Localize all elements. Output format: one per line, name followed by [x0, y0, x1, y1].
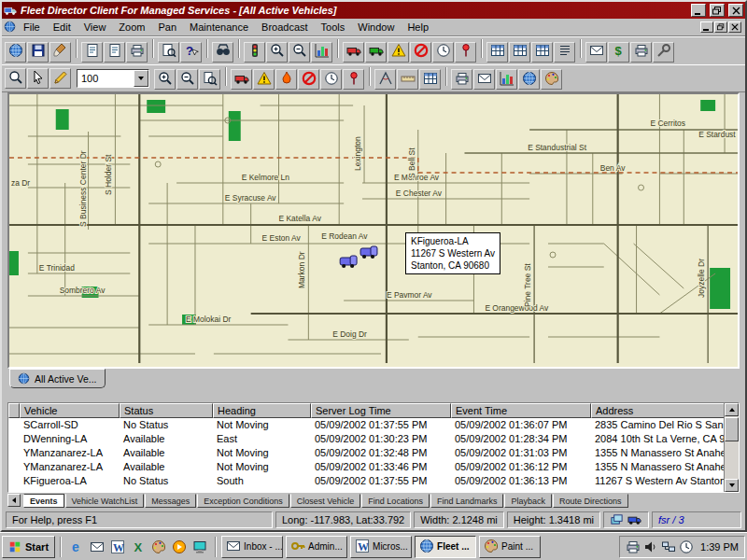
grid-header-status[interactable]: Status [120, 403, 213, 418]
printer-icon[interactable] [626, 539, 641, 554]
menu-file[interactable]: File [17, 20, 47, 35]
menu-broadcast[interactable]: Broadcast [255, 20, 315, 35]
money-button[interactable]: $ [608, 42, 629, 63]
menu-maintenance[interactable]: Maintenance [183, 20, 255, 35]
grid-header-vehicle[interactable]: Vehicle [20, 403, 120, 418]
globe-button[interactable] [5, 42, 26, 63]
map-view[interactable]: E CerritosE StardustE Standustrial StBen… [7, 92, 740, 369]
media-player-icon[interactable] [169, 537, 190, 557]
mdi-minimize-button[interactable] [700, 21, 713, 33]
brush-button[interactable] [49, 42, 71, 63]
zoom-out-button[interactable] [176, 69, 198, 90]
excel-icon[interactable]: X [128, 537, 148, 557]
menu-window[interactable]: Window [351, 20, 401, 35]
zoom-in-button[interactable] [154, 69, 176, 90]
grid-header-event-time[interactable]: Event Time [451, 403, 591, 418]
tab-scroll-left-button[interactable] [7, 494, 21, 507]
menu-edit[interactable]: Edit [47, 20, 78, 35]
mdi-restore-button[interactable] [714, 21, 727, 33]
minimize-button[interactable] [691, 4, 706, 17]
traffic-button[interactable] [244, 42, 265, 63]
doc-button[interactable] [81, 42, 103, 63]
preview-button[interactable] [158, 42, 179, 63]
stop-button[interactable] [410, 42, 431, 63]
grid-row[interactable]: YManzanarez-LAAvailableNot Moving05/09/2… [8, 446, 739, 460]
pin-button[interactable] [455, 42, 476, 63]
tab-playback[interactable]: Playback [504, 494, 552, 508]
warning-button[interactable] [253, 69, 275, 90]
flame-button[interactable] [275, 69, 297, 90]
grid-button[interactable] [419, 69, 441, 90]
truck-red-button[interactable] [343, 42, 364, 63]
stop-button[interactable] [298, 69, 319, 90]
grid-row[interactable]: DWenning-LAAvailableEast05/09/2002 01:30… [8, 432, 739, 446]
pencil-button[interactable] [49, 68, 71, 89]
start-button[interactable]: Start [2, 536, 55, 558]
grid-header-heading[interactable]: Heading [213, 403, 311, 418]
grid-button[interactable] [509, 42, 530, 63]
grid-button[interactable] [531, 42, 553, 63]
chart-button[interactable] [496, 69, 517, 90]
tab-find-landmarks[interactable]: Find Landmarks [430, 494, 504, 508]
show-desktop-icon[interactable] [190, 537, 210, 557]
printer-button[interactable] [126, 42, 148, 63]
scrollbar-thumb[interactable] [725, 417, 739, 441]
taskbar-task-inbox[interactable]: Inbox - ... [221, 536, 283, 558]
grid-header-server-log-time[interactable]: Server Log Time [311, 403, 451, 418]
scroll-up-button[interactable] [725, 403, 739, 416]
grid-row[interactable]: YManzanarez-LAAvailableNot Moving05/09/2… [8, 460, 739, 474]
tab-vehicle-watchlist[interactable]: Vehicle WatchList [65, 494, 145, 508]
word-icon[interactable]: W [107, 537, 128, 557]
taskbar-task-paint[interactable]: Paint ... [479, 536, 541, 558]
menu-zoom[interactable]: Zoom [112, 20, 151, 35]
tab-route-directions[interactable]: Route Directions [553, 494, 628, 508]
grid-header-address[interactable]: Address [591, 403, 726, 418]
restore-button[interactable] [710, 4, 725, 17]
ruler-button[interactable] [397, 69, 418, 90]
outlook-express-icon[interactable] [87, 537, 107, 557]
grid-row[interactable]: KFigueroa-LANo StatusSouth05/09/2002 01:… [8, 474, 739, 488]
taskbar-task-admin[interactable]: Admin... [286, 536, 347, 558]
close-button[interactable] [728, 4, 743, 17]
clock-button[interactable] [320, 69, 342, 90]
tab-closest-vehicle[interactable]: Closest Vehicle [290, 494, 361, 508]
clock-button[interactable] [432, 42, 454, 63]
taskbar-task-fleet[interactable]: Fleet ... [415, 536, 476, 558]
scroll-down-button[interactable] [725, 479, 739, 492]
binoculars-button[interactable] [212, 42, 233, 63]
chart-button[interactable] [311, 42, 332, 63]
printer-button[interactable] [630, 42, 652, 63]
globe-button[interactable] [518, 69, 540, 90]
mdi-close-button[interactable] [728, 21, 741, 33]
tab-messages[interactable]: Messages [145, 494, 196, 508]
menu-help[interactable]: Help [401, 20, 435, 35]
save-button[interactable] [27, 42, 49, 63]
net-icon[interactable] [661, 539, 676, 554]
map-view-tab[interactable]: All Active Ve... [9, 369, 106, 388]
angle-button[interactable] [374, 69, 396, 90]
mail-button[interactable] [585, 42, 607, 63]
layers-icon[interactable] [610, 512, 625, 527]
clock-icon[interactable] [679, 539, 694, 554]
vertical-scrollbar[interactable] [724, 403, 739, 492]
tools-button[interactable] [653, 42, 674, 63]
mail-button[interactable] [473, 69, 495, 90]
map-canvas[interactable]: E CerritosE StardustE Standustrial StBen… [9, 94, 738, 367]
mag-doc-button[interactable] [199, 69, 220, 90]
zoom-in-button[interactable] [266, 42, 288, 63]
tab-exception-conditions[interactable]: Exception Conditions [197, 494, 289, 508]
pin-button[interactable] [343, 69, 364, 90]
menu-tools[interactable]: Tools [315, 20, 352, 35]
grid-row[interactable]: SCarroll-SDNo StatusNot Moving05/09/2002… [8, 418, 739, 432]
menu-view[interactable]: View [78, 20, 113, 35]
list-button[interactable] [554, 42, 575, 63]
taskbar-clock[interactable]: 1:39 PM [697, 541, 739, 553]
cursor-button[interactable] [27, 68, 49, 89]
doc-button[interactable] [104, 42, 125, 63]
grid-button[interactable] [486, 42, 508, 63]
printer-button[interactable] [451, 69, 472, 90]
tab-events[interactable]: Events [23, 494, 64, 508]
vehicle-status-icon[interactable] [627, 512, 642, 527]
zoom-out-button[interactable] [289, 42, 310, 63]
volume-icon[interactable] [643, 539, 658, 554]
